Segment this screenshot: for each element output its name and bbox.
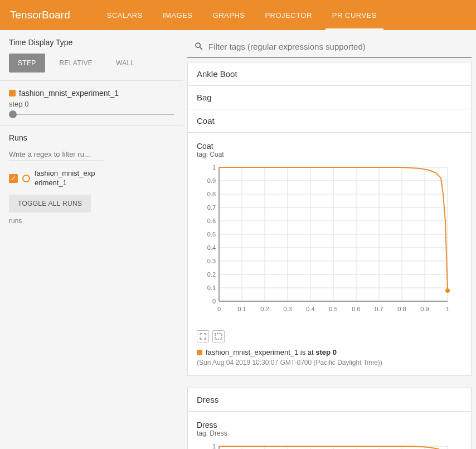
caption-run-name: fashion_mnist_experiment_1 xyxy=(206,348,298,356)
chart-subtitle: tag: Coat xyxy=(197,151,462,158)
svg-text:0.8: 0.8 xyxy=(397,306,406,312)
svg-text:0.5: 0.5 xyxy=(329,306,337,312)
chart-subtitle: tag: Dress xyxy=(197,429,462,437)
run-name: fashion_mnist_experiment_1 xyxy=(35,169,96,188)
chart-caption: fashion_mnist_experiment_1 is at step 0 xyxy=(197,348,462,356)
chart-card-coat: Coat tag: Coat 10.9 xyxy=(187,132,472,376)
svg-text:0.2: 0.2 xyxy=(207,271,216,278)
app-logo: TensorBoard xyxy=(10,9,70,21)
svg-text:0.1: 0.1 xyxy=(237,306,246,312)
content-area: Ankle Boot Bag Coat Coat tag: Coat xyxy=(183,30,476,449)
svg-text:1: 1 xyxy=(446,306,449,312)
run-label-text: fashion_mnist_experiment_1 xyxy=(19,89,119,98)
tag-header-ankle-boot[interactable]: Ankle Boot xyxy=(187,62,472,86)
svg-text:0.9: 0.9 xyxy=(207,177,216,184)
chart-card-dress: Dress tag: Dress 10.90.8 xyxy=(187,411,472,449)
run-color-marker xyxy=(9,90,16,96)
run-checkbox[interactable]: ✓ xyxy=(9,174,18,183)
svg-text:0.7: 0.7 xyxy=(207,204,216,211)
svg-text:0.2: 0.2 xyxy=(260,306,269,312)
pr-curve-svg: 10.90.80.70.60.50.40.30.20.10 00.10.20.3… xyxy=(197,163,459,325)
svg-text:0.3: 0.3 xyxy=(283,306,292,312)
tab-images[interactable]: IMAGES xyxy=(153,0,203,30)
fit-icon[interactable] xyxy=(212,330,225,342)
main-area: Time Display Type STEP RELATIVE WALL fas… xyxy=(0,30,476,449)
svg-text:0: 0 xyxy=(212,298,216,305)
runs-filter-input[interactable] xyxy=(9,148,104,161)
time-display-buttons: STEP RELATIVE WALL xyxy=(9,54,174,73)
svg-text:1: 1 xyxy=(212,443,216,449)
expand-icon[interactable] xyxy=(197,330,209,342)
app-header: TensorBoard SCALARS IMAGES GRAPHS PROJEC… xyxy=(0,0,476,30)
svg-text:0: 0 xyxy=(217,306,221,312)
svg-text:0.7: 0.7 xyxy=(375,306,383,312)
svg-rect-47 xyxy=(215,334,222,339)
time-btn-wall[interactable]: WALL xyxy=(107,54,143,73)
divider xyxy=(0,125,183,125)
chart-timestamp: (Sun Aug 04 2019 10:30:07 GMT-0700 (Paci… xyxy=(197,359,462,366)
toggle-all-runs-button[interactable]: TOGGLE ALL RUNS xyxy=(9,195,91,213)
tab-pr-curves[interactable]: PR CURVES xyxy=(322,0,387,30)
tag-header-dress[interactable]: Dress xyxy=(187,388,472,412)
svg-text:0.8: 0.8 xyxy=(207,191,216,197)
svg-text:1: 1 xyxy=(212,164,216,171)
svg-point-46 xyxy=(445,288,450,293)
svg-text:0.4: 0.4 xyxy=(207,244,216,251)
svg-text:0.6: 0.6 xyxy=(207,218,216,224)
runs-title: Runs xyxy=(9,133,174,142)
svg-text:0.3: 0.3 xyxy=(207,258,216,264)
caption-color-marker xyxy=(197,350,202,355)
filter-bar xyxy=(187,36,472,58)
time-display-label: Time Display Type xyxy=(9,38,174,47)
tab-projector[interactable]: PROJECTOR xyxy=(255,0,322,30)
tag-header-bag[interactable]: Bag xyxy=(187,85,472,109)
svg-text:0.9: 0.9 xyxy=(420,306,429,312)
tag-header-coat[interactable]: Coat xyxy=(187,109,472,133)
time-btn-relative[interactable]: RELATIVE xyxy=(51,54,102,73)
tab-scalars[interactable]: SCALARS xyxy=(97,0,153,30)
step-slider[interactable] xyxy=(9,114,174,115)
svg-text:0.6: 0.6 xyxy=(352,306,360,312)
time-btn-step[interactable]: STEP xyxy=(9,54,45,73)
chart-dress: 10.90.8 xyxy=(197,442,462,449)
tag-filter-input[interactable] xyxy=(208,42,465,51)
run-radio[interactable] xyxy=(22,175,30,182)
divider xyxy=(0,80,183,81)
svg-text:0.5: 0.5 xyxy=(207,231,216,238)
step-label: step 0 xyxy=(9,100,174,108)
search-icon xyxy=(194,41,204,51)
run-label-row: fashion_mnist_experiment_1 xyxy=(9,89,174,98)
caption-mid: is at xyxy=(298,348,315,356)
chart-title: Dress xyxy=(197,421,462,429)
sidebar: Time Display Type STEP RELATIVE WALL fas… xyxy=(0,30,183,449)
chart-tools xyxy=(197,330,462,342)
tab-graphs[interactable]: GRAPHS xyxy=(203,0,255,30)
run-row: ✓ fashion_mnist_experiment_1 xyxy=(9,169,174,188)
slider-thumb[interactable] xyxy=(9,110,17,118)
chart-title: Coat xyxy=(197,142,462,151)
pr-curve-svg: 10.90.8 xyxy=(197,442,459,449)
caption-step: step 0 xyxy=(315,348,337,356)
runs-footer-link[interactable]: runs xyxy=(9,217,174,225)
chart-coat: 10.90.80.70.60.50.40.30.20.10 00.10.20.3… xyxy=(197,163,462,325)
nav-tabs: SCALARS IMAGES GRAPHS PROJECTOR PR CURVE… xyxy=(97,0,387,30)
svg-text:0.4: 0.4 xyxy=(306,306,314,312)
svg-text:0.1: 0.1 xyxy=(207,284,216,291)
